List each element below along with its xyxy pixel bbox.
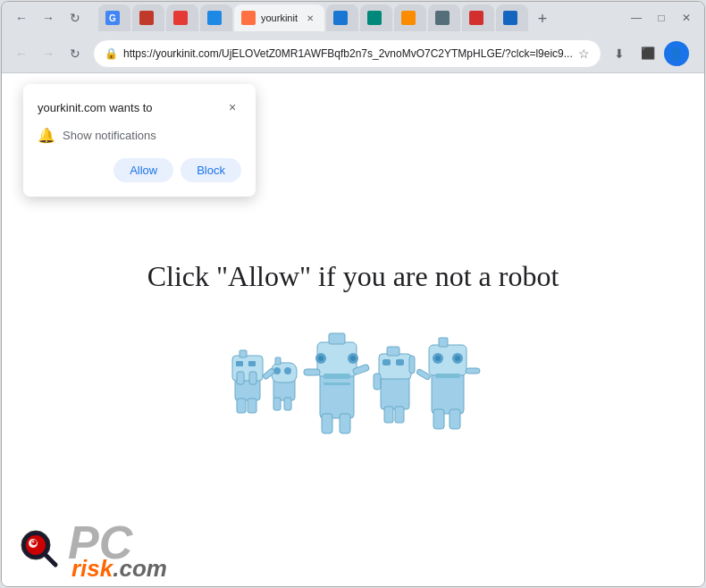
address-nav: ← → ↻ [9, 41, 88, 66]
svg-rect-7 [237, 399, 246, 413]
pcrisk-text-group: PC risk .com [68, 519, 167, 579]
refresh-button[interactable]: ↻ [63, 5, 88, 30]
bell-icon: 🔔 [38, 127, 55, 144]
extensions-icon: ⬛ [641, 46, 655, 60]
svg-rect-15 [284, 398, 291, 410]
svg-rect-29 [340, 414, 350, 433]
svg-rect-46 [435, 374, 460, 378]
svg-rect-26 [304, 369, 320, 375]
maximize-button[interactable]: □ [651, 7, 672, 29]
popup-notification-text: Show notifications [63, 129, 156, 142]
tab-8-favicon [401, 11, 416, 25]
tab-5-close[interactable]: ✕ [303, 11, 317, 25]
svg-rect-24 [324, 374, 350, 379]
svg-rect-41 [439, 338, 448, 347]
menu-button[interactable]: ⋮ [693, 41, 705, 66]
svg-rect-19 [329, 333, 345, 344]
download-button[interactable]: ⬇ [607, 41, 632, 66]
tab-6[interactable] [326, 4, 358, 31]
toolbar-icons: ⬇ ⬛ 👤 ⋮ [607, 41, 705, 66]
svg-rect-25 [324, 382, 350, 385]
tab-3[interactable] [166, 4, 198, 31]
tab-5-favicon [241, 11, 256, 25]
svg-rect-8 [248, 399, 256, 413]
profile-icon: 👤 [669, 47, 683, 60]
block-button[interactable]: Block [181, 158, 241, 182]
svg-rect-11 [275, 357, 281, 365]
tab-7[interactable] [360, 4, 392, 31]
robots-illustration [219, 320, 487, 436]
tab-4-favicon [207, 11, 222, 25]
svg-line-55 [45, 554, 55, 565]
addr-back-button[interactable]: ← [9, 41, 34, 66]
forward-button[interactable]: → [36, 5, 61, 30]
svg-rect-38 [395, 407, 404, 423]
tabs-bar: G yourkinit ✕ [95, 4, 622, 31]
svg-point-45 [455, 356, 460, 361]
security-icon: 🔒 [105, 47, 118, 60]
extensions-button[interactable]: ⬛ [635, 41, 660, 66]
svg-rect-14 [273, 398, 281, 410]
popup-close-icon: × [229, 100, 236, 114]
svg-rect-49 [433, 409, 444, 429]
notification-popup: yourkinit.com wants to × 🔔 Show notifica… [23, 84, 256, 197]
back-icon: ← [15, 11, 28, 25]
tab-1-favicon: G [105, 11, 120, 25]
addr-forward-icon: → [42, 46, 55, 61]
svg-rect-34 [396, 359, 404, 365]
page-heading: Click "Allow" if you are not a robot [147, 260, 559, 293]
svg-rect-36 [374, 374, 381, 390]
svg-rect-32 [387, 347, 399, 356]
minimize-button[interactable]: — [626, 7, 647, 29]
tab-9[interactable] [428, 4, 460, 31]
url-bar[interactable]: 🔒 https://yourkinit.com/UjELOVetZ0MR1AWF… [93, 39, 601, 68]
pcrisk-search-icon [16, 525, 63, 572]
tab-4[interactable] [200, 4, 232, 31]
tab-2[interactable] [132, 4, 164, 31]
risk-text: risk [71, 559, 113, 579]
tab-6-favicon [333, 11, 348, 25]
svg-rect-2 [240, 350, 247, 357]
tab-8[interactable] [394, 4, 426, 31]
pcrisk-suffix: .com [113, 559, 167, 579]
svg-point-23 [350, 356, 356, 361]
close-window-button[interactable]: ✕ [676, 7, 697, 29]
tab-10[interactable] [462, 4, 494, 31]
tab-1[interactable]: G [98, 4, 130, 31]
popup-title: yourkinit.com wants to [38, 101, 153, 114]
svg-rect-6 [249, 372, 256, 384]
back-button[interactable]: ← [9, 5, 34, 30]
tab-5-active[interactable]: yourkinit ✕ [234, 4, 324, 31]
svg-rect-37 [384, 407, 393, 423]
addr-refresh-icon: ↻ [70, 46, 80, 61]
maximize-icon: □ [658, 12, 664, 24]
svg-point-43 [435, 356, 441, 361]
svg-rect-4 [248, 361, 256, 366]
menu-icon: ⋮ [699, 46, 705, 61]
addr-forward-button[interactable]: → [36, 41, 61, 66]
popup-close-button[interactable]: × [223, 98, 241, 116]
minimize-icon: — [631, 12, 642, 24]
new-tab-icon: + [538, 10, 548, 29]
tab-7-favicon [367, 11, 382, 25]
allow-button[interactable]: Allow [113, 158, 173, 182]
tab-9-favicon [435, 11, 450, 25]
title-bar: ← → ↻ G [2, 2, 704, 34]
tab-11[interactable] [496, 4, 528, 31]
svg-rect-35 [409, 356, 415, 374]
bookmark-icon[interactable]: ☆ [578, 46, 590, 61]
download-icon: ⬇ [614, 46, 625, 61]
tab-2-favicon [139, 11, 154, 25]
page-content: yourkinit.com wants to × 🔔 Show notifica… [2, 73, 704, 586]
browser-window: ← → ↻ G [1, 1, 705, 587]
tab-11-favicon [503, 11, 517, 25]
tab-10-favicon [469, 11, 483, 25]
profile-button[interactable]: 👤 [664, 41, 689, 66]
forward-icon: → [42, 11, 55, 25]
window-controls: — □ ✕ [626, 7, 697, 29]
svg-rect-48 [466, 368, 480, 374]
svg-point-56 [32, 541, 35, 543]
nav-controls: ← → ↻ [9, 5, 88, 30]
new-tab-button[interactable]: + [530, 6, 555, 31]
addr-refresh-button[interactable]: ↻ [63, 41, 88, 66]
